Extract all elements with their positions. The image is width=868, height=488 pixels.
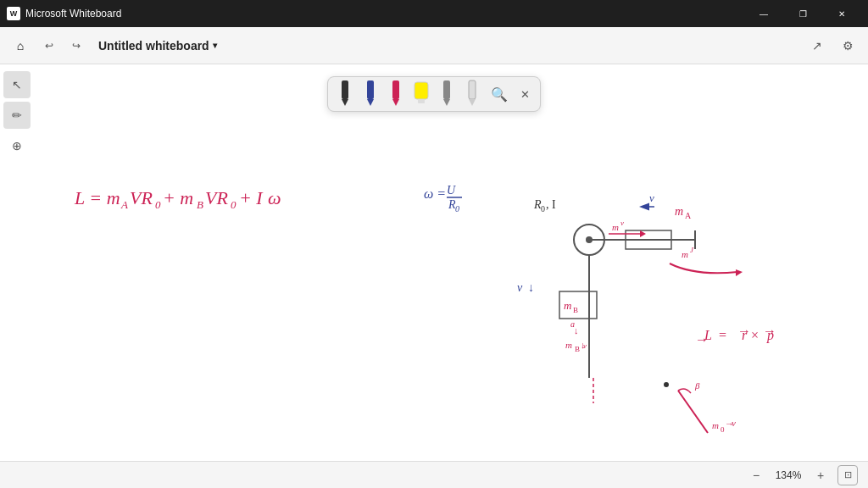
pen-toolbar: 🔍 ✕	[327, 76, 541, 112]
svg-text:VR: VR	[130, 187, 153, 208]
svg-text:U: U	[447, 184, 456, 197]
svg-text:L = m: L = m	[74, 187, 120, 208]
fit-to-screen-button[interactable]: ⊡	[837, 465, 858, 485]
svg-text:m: m	[682, 249, 688, 259]
svg-text:v: v	[732, 418, 736, 428]
equation-angular-momentum: L = m A VR 0 + m B VR 0 + I ω	[74, 187, 281, 211]
svg-text:v: v	[620, 219, 624, 227]
app-title: Microsoft Whiteboard	[25, 8, 744, 19]
svg-rect-7	[418, 99, 425, 103]
redo-button[interactable]: ↪	[64, 34, 88, 58]
window-controls: — ❐ ✕	[744, 0, 861, 27]
svg-text:ω =: ω =	[424, 186, 446, 201]
svg-marker-11	[469, 99, 476, 106]
svg-rect-8	[443, 80, 450, 99]
pen-magenta[interactable]	[386, 80, 406, 108]
pen-black[interactable]	[335, 80, 355, 108]
svg-text:m: m	[675, 205, 683, 218]
home-button[interactable]: ⌂	[7, 32, 34, 59]
svg-marker-1	[342, 99, 348, 106]
svg-text:=: =	[719, 328, 726, 342]
share-button[interactable]: ↗	[804, 32, 831, 59]
canvas-area[interactable]: 🔍 ✕ L = m A VR 0 + m B VR 0 + I ω ω = U …	[0, 64, 868, 488]
minimize-button[interactable]: —	[744, 0, 783, 27]
whiteboard-drawing: L = m A VR 0 + m B VR 0 + I ω ω = U R 0 …	[0, 64, 868, 488]
svg-text:+ m: + m	[163, 187, 193, 208]
svg-text:0: 0	[155, 198, 161, 211]
svg-text:0: 0	[455, 204, 459, 214]
svg-text:0: 0	[231, 198, 236, 211]
titlebar: W Microsoft Whiteboard — ❐ ✕	[0, 0, 868, 27]
svg-text:0: 0	[541, 204, 545, 214]
close-icon: ✕	[520, 88, 530, 101]
svg-text:ω: ω	[268, 187, 281, 208]
svg-text:β: β	[694, 380, 700, 391]
zoom-level-display: 134%	[773, 469, 804, 481]
svg-text:, I: , I	[546, 198, 556, 211]
main-toolbar: ⌂ ↩ ↪ Untitled whiteboard ▾ ↗ ⚙	[0, 27, 868, 64]
svg-marker-3	[367, 99, 374, 106]
svg-text:A: A	[120, 198, 128, 211]
svg-text:a: a	[570, 319, 575, 329]
pen-white[interactable]	[462, 80, 482, 108]
svg-text:B: B	[573, 306, 578, 314]
svg-text:r: r	[742, 328, 748, 342]
pen-blue[interactable]	[360, 80, 381, 108]
whiteboard-title[interactable]: Untitled whiteboard ▾	[92, 36, 224, 56]
svg-text:m: m	[612, 222, 619, 232]
pen-toolbar-close[interactable]: ✕	[516, 86, 533, 103]
undo-button[interactable]: ↩	[37, 34, 61, 58]
svg-marker-55	[736, 269, 743, 276]
close-button[interactable]: ✕	[822, 0, 861, 27]
svg-text:m: m	[564, 299, 571, 312]
svg-rect-10	[469, 80, 476, 99]
svg-text:×: ×	[751, 328, 759, 342]
pen-tool-button[interactable]: ✏	[3, 102, 31, 129]
svg-text:v: v	[517, 281, 523, 294]
bottom-toolbar: − 134% + ⊡	[0, 461, 868, 488]
svg-rect-4	[392, 80, 399, 99]
lasso-button[interactable]: 🔍	[487, 82, 511, 106]
svg-rect-0	[342, 80, 348, 99]
svg-text:m: m	[565, 340, 572, 350]
svg-line-67	[678, 391, 708, 433]
pen-yellow[interactable]	[411, 80, 431, 108]
svg-marker-9	[443, 99, 450, 106]
svg-text:J: J	[690, 246, 694, 254]
select-tool-button[interactable]: ↖	[3, 71, 31, 98]
svg-rect-2	[367, 80, 374, 99]
svg-point-66	[664, 382, 669, 387]
svg-text:B: B	[197, 198, 203, 211]
left-sidebar: ↖ ✏ ⊕	[0, 64, 34, 166]
settings-button[interactable]: ⚙	[834, 32, 861, 59]
svg-text:L: L	[704, 328, 712, 342]
svg-text:B: B	[575, 345, 580, 353]
svg-rect-6	[415, 82, 428, 99]
svg-marker-54	[640, 230, 646, 237]
svg-text:p: p	[766, 328, 774, 343]
svg-text:v: v	[649, 191, 654, 204]
svg-text:A: A	[685, 211, 692, 220]
svg-marker-5	[392, 99, 399, 106]
search-icon: 🔍	[491, 86, 508, 103]
restore-button[interactable]: ❐	[783, 0, 822, 27]
zoom-in-button[interactable]: +	[810, 465, 831, 485]
svg-text:m: m	[712, 420, 719, 430]
svg-text:+ I: + I	[239, 187, 264, 208]
pen-gray[interactable]	[437, 80, 457, 108]
svg-text:VR: VR	[205, 187, 228, 208]
app-icon: W	[7, 7, 20, 20]
zoom-out-button[interactable]: −	[746, 465, 766, 485]
add-button[interactable]: ⊕	[3, 132, 31, 159]
equation-omega: ω = U R 0	[424, 184, 462, 214]
svg-text:v: v	[583, 341, 587, 350]
svg-text:↓: ↓	[528, 281, 534, 294]
